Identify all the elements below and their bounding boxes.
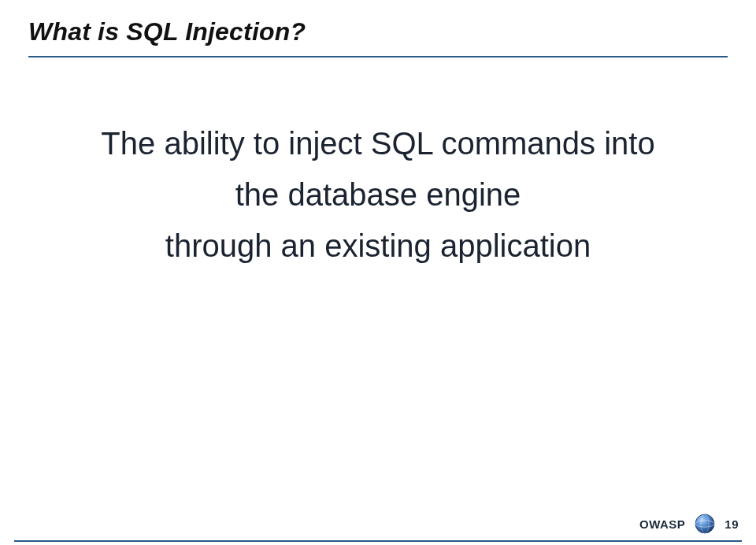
body-line-1: The ability to inject SQL commands into <box>0 118 756 169</box>
footer-org-label: OWASP <box>639 517 685 531</box>
footer-page-number: 19 <box>724 517 739 531</box>
body-line-2: the database engine <box>0 169 756 221</box>
slide-body: The ability to inject SQL commands into … <box>0 118 756 271</box>
svg-point-0 <box>695 514 714 533</box>
body-line-3: through an existing application <box>0 221 756 272</box>
slide-footer: OWASP 19 <box>639 513 739 534</box>
owasp-logo-icon <box>695 513 715 534</box>
title-divider <box>28 56 728 57</box>
slide: What is SQL Injection? The ability to in… <box>0 0 756 545</box>
footer-divider <box>14 540 742 542</box>
slide-title: What is SQL Injection? <box>28 17 306 46</box>
